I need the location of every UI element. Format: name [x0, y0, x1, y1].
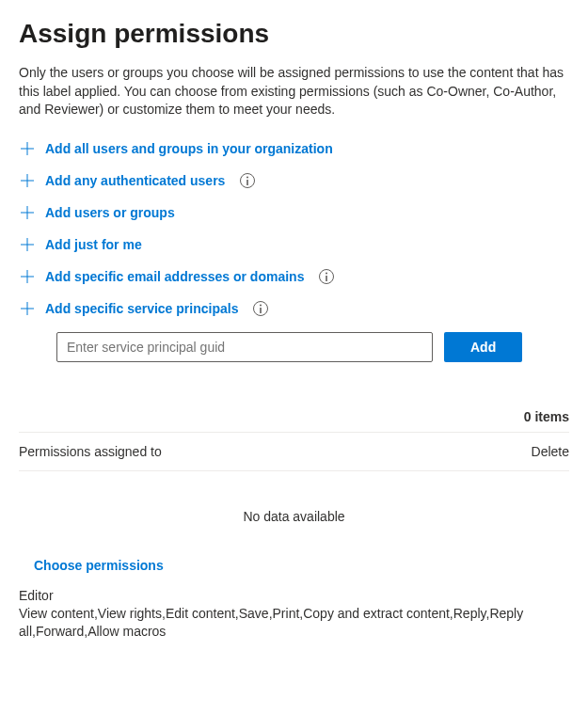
plus-icon — [19, 204, 36, 221]
table-header: Permissions assigned to Delete — [19, 433, 569, 470]
add-users-groups-option[interactable]: Add users or groups — [19, 197, 569, 229]
items-count: 0 items — [19, 409, 569, 424]
plus-icon — [19, 268, 36, 285]
add-service-principals-option[interactable]: Add specific service principals — [19, 293, 569, 325]
svg-rect-5 — [261, 308, 262, 313]
add-option-label: Add just for me — [45, 237, 142, 252]
permission-role: Editor — [19, 588, 569, 603]
info-icon[interactable] — [319, 269, 334, 284]
service-principal-input-row: Add — [56, 332, 569, 362]
service-principal-guid-input[interactable] — [56, 332, 433, 362]
choose-permissions-link[interactable]: Choose permissions — [34, 558, 569, 573]
plus-icon — [19, 236, 36, 253]
plus-icon — [19, 300, 36, 317]
add-button[interactable]: Add — [444, 332, 522, 362]
add-authenticated-option[interactable]: Add any authenticated users — [19, 165, 569, 197]
plus-icon — [19, 172, 36, 189]
permission-detail: View content,View rights,Edit content,Sa… — [19, 605, 569, 642]
svg-point-0 — [246, 176, 248, 178]
add-option-label: Add all users and groups in your organiz… — [45, 141, 333, 156]
svg-rect-1 — [247, 180, 249, 185]
add-just-for-me-option[interactable]: Add just for me — [19, 229, 569, 261]
table-empty-area: No data available — [19, 471, 569, 552]
col-permissions-assigned-to: Permissions assigned to — [19, 444, 162, 459]
info-icon[interactable] — [240, 173, 255, 188]
col-delete: Delete — [532, 444, 569, 459]
plus-icon — [19, 140, 36, 157]
no-data-message: No data available — [243, 509, 344, 524]
svg-rect-3 — [326, 276, 328, 281]
add-email-domains-option[interactable]: Add specific email addresses or domains — [19, 261, 569, 293]
add-option-label: Add users or groups — [45, 205, 175, 220]
add-all-users-option[interactable]: Add all users and groups in your organiz… — [19, 133, 569, 165]
add-option-label: Add specific email addresses or domains — [45, 269, 304, 284]
add-option-label: Add any authenticated users — [45, 173, 225, 188]
info-icon[interactable] — [253, 301, 268, 316]
page-title: Assign permissions — [19, 19, 569, 49]
add-option-label: Add specific service principals — [45, 301, 238, 316]
description-text: Only the users or groups you choose will… — [19, 64, 569, 119]
svg-point-4 — [260, 304, 262, 306]
add-options-list: Add all users and groups in your organiz… — [19, 133, 569, 325]
svg-point-2 — [326, 272, 327, 274]
